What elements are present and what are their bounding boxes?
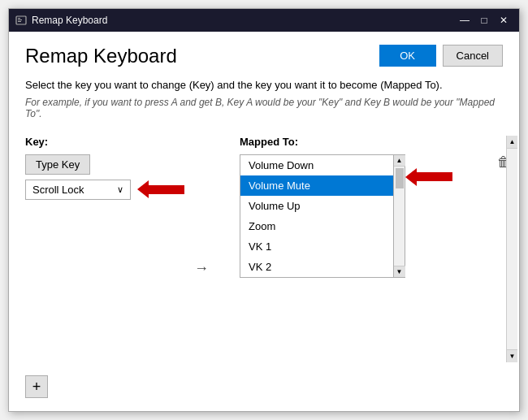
- header-buttons: OK Cancel: [379, 45, 503, 67]
- scroll-track: [394, 167, 405, 266]
- title-bar: Remap Keyboard — □ ✕: [9, 9, 519, 32]
- key-dropdown[interactable]: Scroll Lock ∨: [25, 180, 131, 200]
- close-button[interactable]: ✕: [495, 12, 513, 28]
- key-label: Key:: [25, 136, 163, 148]
- mapped-section: Mapped To: Volume Down Volume Mute Volum…: [240, 136, 503, 363]
- add-button[interactable]: +: [25, 375, 48, 398]
- cancel-button[interactable]: Cancel: [443, 45, 503, 67]
- add-row: +: [25, 375, 503, 398]
- list-item[interactable]: Volume Up: [240, 196, 393, 216]
- list-item[interactable]: Volume Down: [240, 155, 393, 175]
- window-scroll-down[interactable]: ▼: [507, 349, 517, 362]
- list-item[interactable]: Zoom: [240, 216, 393, 236]
- window-scroll-up[interactable]: ▲: [507, 136, 517, 149]
- page-title: Remap Keyboard: [25, 45, 177, 67]
- svg-rect-1: [18, 18, 20, 19]
- dropdown-scrollbar[interactable]: ▲ ▼: [394, 154, 405, 278]
- main-window: Remap Keyboard — □ ✕ Remap Keyboard OK C…: [8, 8, 520, 412]
- mapped-label: Mapped To:: [240, 136, 503, 148]
- scroll-thumb[interactable]: [396, 168, 404, 188]
- description-line1: Select the key you want to change (Key) …: [25, 77, 503, 93]
- list-item[interactable]: Volume Mute: [240, 175, 393, 196]
- mapped-dropdown-container: Volume Down Volume Mute Volume Up Zoom V…: [240, 154, 503, 278]
- window-scroll-track: [507, 149, 517, 350]
- chevron-down-icon: ∨: [117, 184, 123, 195]
- arrow-shaft: [417, 172, 452, 181]
- ok-button[interactable]: OK: [379, 45, 436, 67]
- key-dropdown-value: Scroll Lock: [32, 184, 84, 196]
- maximize-button[interactable]: □: [475, 12, 493, 28]
- minimize-button[interactable]: —: [456, 12, 474, 28]
- window-scrollbar[interactable]: ▲ ▼: [506, 136, 517, 363]
- arrow-section: →: [163, 175, 240, 363]
- title-bar-controls: — □ ✕: [456, 12, 513, 28]
- window-icon: [15, 15, 27, 26]
- type-key-button[interactable]: Type Key: [25, 154, 90, 175]
- arrow-shaft: [149, 185, 184, 194]
- mapping-area: Key: Type Key Scroll Lock ∨ →: [25, 136, 503, 363]
- key-red-arrow: [137, 180, 184, 198]
- mapped-red-arrow: [405, 168, 452, 186]
- description-line2: For example, if you want to press A and …: [25, 97, 503, 119]
- content-area: Remap Keyboard OK Cancel Select the key …: [9, 32, 519, 411]
- scroll-up-button[interactable]: ▲: [394, 155, 405, 167]
- list-item[interactable]: VK 2: [240, 257, 393, 277]
- scroll-down-button[interactable]: ▼: [394, 266, 405, 277]
- mapped-dropdown-list[interactable]: Volume Down Volume Mute Volume Up Zoom V…: [240, 154, 394, 278]
- svg-rect-3: [18, 21, 21, 22]
- svg-rect-2: [18, 19, 22, 20]
- title-bar-text: Remap Keyboard: [32, 15, 451, 26]
- list-item[interactable]: VK 1: [240, 236, 393, 257]
- arrow-head-icon: [137, 180, 149, 198]
- header-row: Remap Keyboard OK Cancel: [25, 45, 503, 67]
- right-arrow-icon: →: [194, 260, 209, 277]
- arrow-head-icon: [405, 168, 417, 186]
